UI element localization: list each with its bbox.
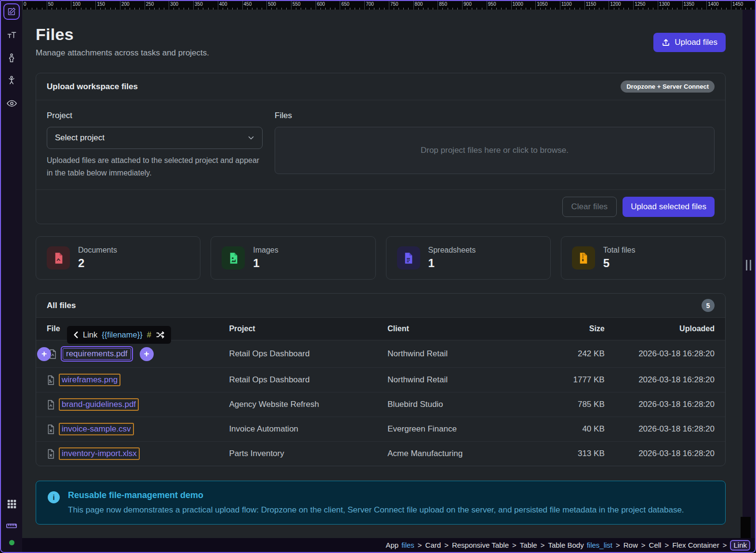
file-link[interactable]: brand-guidelines.pdf bbox=[59, 398, 139, 411]
ruler-tick bbox=[697, 8, 697, 10]
ruler-tick bbox=[653, 8, 653, 10]
breadcrumb-item[interactable]: Responsive Table bbox=[452, 541, 509, 549]
insert-before-button[interactable]: + bbox=[37, 347, 51, 361]
ruler-tick bbox=[359, 8, 360, 10]
ruler-tick bbox=[271, 8, 272, 10]
ruler-tick-label: 750 bbox=[390, 1, 398, 7]
file-dropzone[interactable]: Drop project files here or click to brow… bbox=[275, 127, 715, 174]
ruler-tick-label: 100 bbox=[72, 1, 80, 7]
col-size: Size bbox=[536, 318, 605, 340]
selected-link-outline[interactable]: requirements.pdf bbox=[61, 346, 133, 362]
ruler-tick-label: 200 bbox=[121, 1, 130, 7]
breadcrumb-separator: > bbox=[512, 541, 517, 549]
stat-value: 1 bbox=[253, 256, 278, 270]
ruler-tick bbox=[364, 1, 365, 10]
uploaded-cell: 2026-03-18 16:28:20 bbox=[605, 340, 725, 368]
upload-files-button[interactable]: Upload files bbox=[653, 33, 726, 52]
ruler-tick bbox=[394, 8, 394, 10]
breadcrumb-item[interactable]: Table bbox=[520, 541, 537, 549]
typography-button[interactable] bbox=[4, 28, 19, 42]
clear-files-button[interactable]: Clear files bbox=[562, 197, 617, 217]
breadcrumb-separator: > bbox=[616, 541, 620, 549]
element-selection-toolbar: Link {{filename}} # bbox=[67, 326, 171, 344]
pdf-file-icon bbox=[47, 400, 55, 410]
ruler-tick bbox=[257, 8, 257, 10]
stat-value: 1 bbox=[428, 256, 476, 270]
alert-title: Reusable file-management demo bbox=[68, 490, 684, 500]
ruler-tick bbox=[86, 8, 86, 10]
ruler-tick-label: 150 bbox=[97, 1, 105, 7]
ruler-tick bbox=[545, 8, 546, 10]
apps-grid-button[interactable] bbox=[4, 497, 19, 511]
ruler-tick-label: 1200 bbox=[610, 1, 621, 7]
ruler-icon bbox=[6, 520, 17, 531]
ruler-tick bbox=[677, 8, 677, 10]
eye-icon bbox=[6, 98, 17, 109]
ruler-tick bbox=[570, 8, 570, 10]
stat-label: Documents bbox=[78, 246, 117, 255]
ruler-toggle-button[interactable] bbox=[4, 518, 19, 533]
info-person-button[interactable] bbox=[4, 51, 19, 65]
chevron-down-icon bbox=[247, 134, 255, 142]
ruler-tick bbox=[52, 8, 52, 10]
ruler-tick bbox=[340, 1, 340, 10]
upload-selected-button[interactable]: Upload selected files bbox=[623, 197, 715, 217]
ruler-tick bbox=[580, 8, 580, 10]
ruler-tick bbox=[716, 8, 717, 10]
ruler-tick bbox=[658, 1, 658, 10]
table-row: Link {{filename}} # + bbox=[36, 340, 725, 368]
uploaded-cell: 2026-03-18 16:28:20 bbox=[605, 368, 725, 392]
ruler-tick bbox=[555, 8, 556, 10]
ruler-tick bbox=[179, 8, 179, 10]
breadcrumb-item[interactable]: Cell bbox=[649, 541, 662, 549]
ruler-tick bbox=[316, 1, 316, 10]
alert-body: This page now demonstrates a practical u… bbox=[68, 505, 684, 515]
vertical-scrollbar-thumb[interactable] bbox=[741, 517, 751, 538]
design-edit-button[interactable] bbox=[3, 3, 20, 20]
ruler-tick bbox=[61, 8, 62, 10]
col-uploaded: Uploaded bbox=[605, 318, 725, 340]
right-splitter-rail[interactable] bbox=[743, 10, 755, 538]
binding-expression[interactable]: {{filename}} bbox=[102, 330, 142, 339]
ruler-tick bbox=[242, 1, 243, 10]
shuffle-icon[interactable] bbox=[156, 330, 165, 339]
ruler-tick bbox=[623, 8, 624, 10]
ruler-tick bbox=[663, 8, 663, 10]
breadcrumb-item[interactable]: Row bbox=[623, 541, 638, 549]
splitter-grip-icon[interactable] bbox=[746, 260, 751, 270]
file-link[interactable]: requirements.pdf bbox=[63, 348, 131, 360]
selected-element-name: Link bbox=[83, 330, 97, 339]
ruler-tick bbox=[482, 8, 482, 10]
file-link[interactable]: invoice-sample.csv bbox=[59, 423, 134, 435]
accessibility-button[interactable] bbox=[4, 73, 19, 88]
file-link[interactable]: inventory-import.xlsx bbox=[59, 447, 140, 460]
preview-button[interactable] bbox=[4, 96, 19, 110]
insert-after-button[interactable]: + bbox=[140, 347, 154, 361]
project-cell: Invoice Automation bbox=[229, 417, 387, 442]
stat-card-total: Total files 5 bbox=[561, 236, 726, 280]
breadcrumb-item[interactable]: Flex Container bbox=[672, 541, 719, 549]
ruler-tick bbox=[262, 8, 262, 10]
ruler-tick bbox=[506, 8, 506, 10]
project-select[interactable]: Select project bbox=[47, 127, 263, 149]
ruler-tick-label: 550 bbox=[292, 1, 301, 7]
ruler-tick bbox=[565, 8, 565, 10]
ruler-tick bbox=[423, 8, 424, 10]
ruler-tick bbox=[584, 1, 585, 10]
breadcrumb-item[interactable]: Card bbox=[425, 541, 441, 549]
ruler-tick-label: 650 bbox=[341, 1, 349, 7]
breadcrumb-item[interactable]: Table Bodyfiles_list bbox=[548, 541, 612, 549]
breadcrumb-item-selected[interactable]: Link bbox=[730, 540, 750, 551]
ruler-tick bbox=[355, 8, 355, 10]
uploaded-cell: 2026-03-18 16:28:20 bbox=[605, 417, 725, 442]
ruler-tick bbox=[149, 8, 150, 10]
breadcrumb-item[interactable]: Appfiles bbox=[385, 541, 414, 549]
ruler-tick bbox=[487, 1, 487, 10]
file-link[interactable]: wireframes.png bbox=[59, 374, 120, 386]
ruler-tick-label: 800 bbox=[415, 1, 423, 7]
ruler-tick bbox=[609, 1, 609, 10]
ruler-tick bbox=[32, 8, 32, 10]
chevron-left-icon[interactable] bbox=[73, 331, 79, 338]
ruler-tick bbox=[56, 8, 57, 10]
ruler-tick bbox=[702, 8, 702, 10]
